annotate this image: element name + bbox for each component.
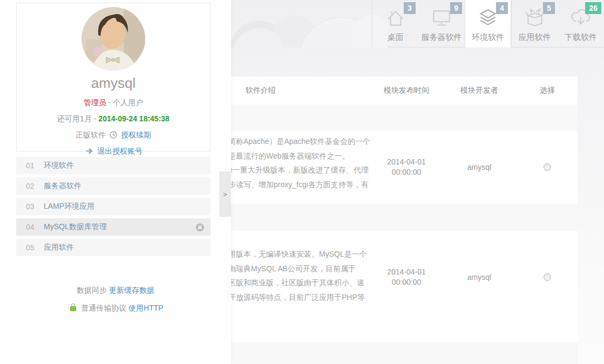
role-suffix: - 个人用户 xyxy=(108,98,144,107)
developer: amysql xyxy=(442,231,517,324)
desc-line: 开放源码等特点，目前广泛应用于PHP等 xyxy=(228,290,371,305)
validity-date: 2014-09-24 18:45:38 xyxy=(98,114,169,123)
data-sync-line: 数据同步 更新缓存数据 xyxy=(0,286,231,296)
menu-number: 04 xyxy=(26,223,44,231)
developer: amysql xyxy=(442,131,517,204)
menu-label: 环境软件 xyxy=(44,161,74,170)
monitor-icon xyxy=(430,7,453,32)
tab-server-software[interactable]: 9 服务器软件 xyxy=(418,0,465,47)
tab-desktop[interactable]: 3 桌面 xyxy=(372,0,418,47)
menu-number: 02 xyxy=(26,182,44,190)
menu-number: 05 xyxy=(26,243,44,252)
avatar xyxy=(82,7,145,71)
sidebar-item-lamp-application[interactable]: 03 LAMP环境应用 xyxy=(16,198,211,215)
username: amysql xyxy=(17,75,210,92)
protocol-line: 普通传输协议 使用HTTP xyxy=(0,303,231,313)
badge: 26 xyxy=(585,2,601,14)
tab-environment-software[interactable]: 4 环境软件 xyxy=(465,0,511,47)
section-band xyxy=(231,342,578,364)
desc-line: 简称Apache）是Apache软件基金会的一个 xyxy=(228,134,371,149)
tab-download-software[interactable]: 26 下载软件 xyxy=(558,0,604,47)
license-label: 正版软件 xyxy=(76,131,106,139)
validity-prefix: 还可用1月 - xyxy=(57,114,96,123)
software-table: 软件介绍 模块发布时间 模块开发者 选择 简称Apache）是Apache软件基… xyxy=(231,77,578,364)
clock-icon xyxy=(110,131,117,140)
sidebar-item-application-software[interactable]: 05 应用软件 xyxy=(16,239,211,256)
table-header: 软件介绍 模块发布时间 模块开发者 选择 xyxy=(231,77,578,105)
arrow-right-icon xyxy=(86,147,93,156)
publish-time: 2014-04-01 00:00:00 xyxy=(371,231,442,324)
box-icon xyxy=(524,7,546,32)
software-description: 简称Apache）是Apache软件基金会的一个 是最流行的Web服务器端软件之… xyxy=(228,131,371,204)
tab-label: 桌面 xyxy=(372,32,418,43)
table-row: 简称Apache）是Apache软件基金会的一个 是最流行的Web服务器端软件之… xyxy=(231,131,578,204)
desc-line: 是最流行的Web服务器端软件之一。 xyxy=(228,149,371,163)
tab-label: 环境软件 xyxy=(465,32,511,43)
tab-label: 应用软件 xyxy=(512,32,558,43)
menu-number: 03 xyxy=(26,202,44,211)
tab-label: 下载软件 xyxy=(558,32,604,43)
sidebar-footer: 数据同步 更新缓存数据 普通传输协议 使用HTTP xyxy=(0,286,231,313)
panel-collapse-handle[interactable]: > xyxy=(219,171,231,217)
top-nav: 3 桌面 9 服务器软件 4 xyxy=(372,0,604,47)
software-description: 用版本，无编译快速安装。MySQL是一个 由瑞典MySQL AB公司开发，目前属… xyxy=(228,231,371,324)
lock-icon xyxy=(69,303,77,313)
role-line: 管理员 - 个人用户 xyxy=(17,98,210,108)
screen: 3 桌面 9 服务器软件 4 xyxy=(0,0,604,364)
close-icon[interactable] xyxy=(196,223,204,231)
protocol-label: 普通传输协议 xyxy=(81,304,126,312)
validity-line: 还可用1月 - 2014-09-24 18:45:38 xyxy=(17,114,210,124)
renew-license-link[interactable]: 授权续期 xyxy=(121,131,151,139)
refresh-cache-link[interactable]: 更新缓存数据 xyxy=(109,286,154,294)
cloud-watermark xyxy=(231,0,388,47)
desc-line: 由瑞典MySQL AB公司开发，目前属于 xyxy=(228,262,371,276)
tab-label: 服务器软件 xyxy=(418,32,465,43)
badge: 4 xyxy=(496,2,508,14)
use-http-link[interactable]: 使用HTTP xyxy=(128,304,164,312)
badge: 9 xyxy=(450,2,462,14)
publish-time: 2014-04-01 00:00:00 xyxy=(371,131,442,204)
desc-line: 区版和商业版，社区版由于其体积小、速 xyxy=(228,276,371,290)
desc-line: e一重大升级版本，新版改进了缓存、代理 xyxy=(228,163,371,177)
column-header-description: 软件介绍 xyxy=(231,86,371,95)
section-band xyxy=(231,105,578,131)
logout-link[interactable]: 退出授权账号 xyxy=(97,147,142,155)
sidebar-item-server-software[interactable]: 02 服务器软件 xyxy=(16,177,211,195)
menu-label: 服务器软件 xyxy=(44,181,82,191)
sidebar-item-mysql-management[interactable]: 04 MySQL数据库管理 xyxy=(16,218,211,236)
desc-line: 用版本，无编译快速安装。MySQL是一个 xyxy=(228,247,371,262)
sync-label: 数据同步 xyxy=(77,286,107,294)
badge: 5 xyxy=(543,2,555,14)
logout-line: 退出授权账号 xyxy=(17,147,210,156)
section-band xyxy=(231,204,578,231)
profile-card: amysql 管理员 - 个人用户 还可用1月 - 2014-09-24 18:… xyxy=(16,3,211,152)
user-panel: amysql 管理员 - 个人用户 还可用1月 - 2014-09-24 18:… xyxy=(0,0,231,364)
license-line: 正版软件 授权续期 xyxy=(17,131,210,140)
select-radio[interactable] xyxy=(544,273,551,281)
menu-label: 应用软件 xyxy=(44,243,74,252)
desc-line: 步读写、增加proxy_fcgi各方面支持等，有 xyxy=(228,177,371,192)
sidebar-item-environment-software[interactable]: 01 环境软件 xyxy=(16,157,211,174)
select-radio[interactable] xyxy=(544,163,551,171)
menu-number: 01 xyxy=(26,161,44,170)
column-header-developer: 模块开发者 xyxy=(442,86,517,95)
tab-application-software[interactable]: 5 应用软件 xyxy=(511,0,558,47)
menu-label: LAMP环境应用 xyxy=(44,202,94,211)
column-header-publish-time: 模块发布时间 xyxy=(371,86,442,95)
home-icon xyxy=(384,7,407,32)
table-row: 用版本，无编译快速安装。MySQL是一个 由瑞典MySQL AB公司开发，目前属… xyxy=(231,231,578,324)
column-header-select: 选择 xyxy=(517,86,578,95)
badge: 3 xyxy=(404,2,416,14)
role-label: 管理员 xyxy=(84,98,106,107)
sidebar-menu: 01 环境软件 02 服务器软件 03 LAMP环境应用 04 MySQL数据库… xyxy=(16,157,211,259)
menu-label: MySQL数据库管理 xyxy=(44,222,107,232)
